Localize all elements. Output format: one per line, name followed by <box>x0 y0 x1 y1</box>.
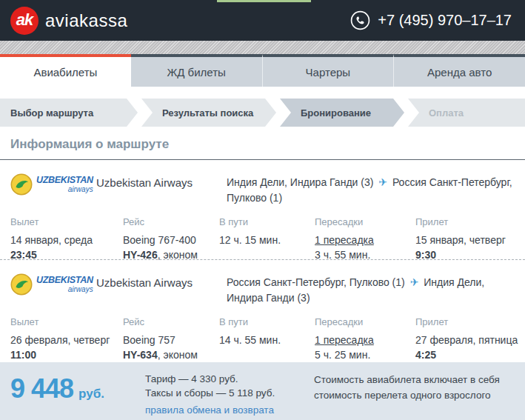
step-route-selection[interactable]: Выбор маршрута <box>0 99 138 127</box>
flight-label: Рейс <box>123 315 219 330</box>
airline-row: UZBEKISTAN airways Uzbekistan Airways Ро… <box>0 267 525 306</box>
page: ak aviakassa +7 (495) 970–17–17 Авиабиле… <box>0 0 525 420</box>
departure-time: 23:45 <box>10 247 123 262</box>
airline-logo-text: UZBEKISTAN airways <box>36 276 93 293</box>
transfers-col: Пересадки 1 пересадка 3 ч. 55 мин. <box>315 215 415 253</box>
flight-col: Рейс Boeing 757 HY-634, эконом <box>123 315 219 353</box>
aircraft: Boeing 757 <box>123 333 219 347</box>
flight-segment-outbound: UZBEKISTAN airways Uzbekistan Airways Ин… <box>0 160 525 253</box>
arrival-time: 9:30 <box>415 247 525 262</box>
cabin-class: , эконом <box>158 349 198 361</box>
flight-segment-return: UZBEKISTAN airways Uzbekistan Airways Ро… <box>0 260 525 353</box>
arrival-label: Прилет <box>415 215 525 230</box>
phone-contact[interactable]: +7 (495) 970–17–17 <box>350 10 512 30</box>
transfers-label: Пересадки <box>315 315 415 330</box>
cabin-class: , эконом <box>158 249 198 261</box>
exchange-rules-link[interactable]: правила обмена и возврата <box>145 403 274 417</box>
airline-row: UZBEKISTAN airways Uzbekistan Airways Ин… <box>0 167 525 206</box>
arrival-label: Прилет <box>415 315 525 330</box>
duration-value: 14 ч. 55 мин. <box>219 333 315 347</box>
transfer-link[interactable]: 1 пересадка <box>315 334 374 346</box>
departure-date: 26 февраля, четверг <box>10 333 123 347</box>
brand-logo[interactable]: ak aviakassa <box>10 7 127 35</box>
uzbekistan-airways-logo: UZBEKISTAN airways <box>10 273 96 296</box>
tab-charters[interactable]: Чартеры <box>262 54 394 87</box>
phone-number: +7 (495) 970–17–17 <box>378 12 512 29</box>
total-price: 9 448 руб. <box>10 372 145 420</box>
plane-icon: ✈ <box>376 176 389 188</box>
flight-number: HY-426 <box>123 249 158 261</box>
duration-label: В пути <box>219 315 315 330</box>
flight-number: HY-634 <box>123 349 158 361</box>
arrival-date: 15 января, четверг <box>415 233 525 247</box>
price-note: Стоимость авиабилета включает в себя сто… <box>314 372 508 420</box>
duration-col: В пути 12 ч. 15 мин. <box>219 215 315 253</box>
transfers-col: Пересадки 1 пересадка 5 ч. 25 мин. <box>315 315 415 353</box>
aircraft: Boeing 767-400 <box>123 233 219 247</box>
flight-col: Рейс Boeing 767-400 HY-426, эконом <box>123 215 219 253</box>
step-search-results-label: Результаты поиска <box>162 107 253 119</box>
step-payment: Оплата <box>408 99 525 127</box>
airline-logo-text: UZBEKISTAN airways <box>36 176 93 193</box>
departure-col: Вылет 26 февраля, четверг 11:00 <box>10 315 123 353</box>
departure-label: Вылет <box>10 215 123 230</box>
main-tabs: Авиабилеты ЖД билеты Чартеры Аренда авто <box>0 54 525 87</box>
tab-avia[interactable]: Авиабилеты <box>0 54 131 87</box>
arrival-date: 27 февраля, пятница <box>415 333 525 347</box>
background-texture-strip <box>0 41 525 54</box>
breadcrumb: Выбор маршрута Результаты поиска Брониро… <box>0 99 525 127</box>
tab-rail[interactable]: ЖД билеты <box>131 54 262 87</box>
airline-logo-line1: UZBEKISTAN <box>36 176 93 185</box>
step-booking-label: Бронирование <box>301 107 371 119</box>
airline-name: Uzbekistan Airways <box>96 176 227 189</box>
duration-label: В пути <box>219 215 315 230</box>
departure-col: Вылет 14 января, среда 23:45 <box>10 215 123 253</box>
uzbekistan-airways-logo: UZBEKISTAN airways <box>10 173 96 196</box>
airline-logo-line2: airways <box>68 186 93 193</box>
tab-car-rental[interactable]: Аренда авто <box>393 54 525 87</box>
price-currency: руб. <box>78 387 104 401</box>
flight-label: Рейс <box>123 215 219 230</box>
airline-logo-line1: UZBEKISTAN <box>36 276 93 285</box>
transfers-label: Пересадки <box>315 215 415 230</box>
brand-name: aviakassa <box>45 10 127 31</box>
phone-icon <box>350 10 370 30</box>
duration-value: 12 ч. 15 мин. <box>219 233 315 247</box>
top-header: ak aviakassa +7 (495) 970–17–17 <box>0 0 525 41</box>
step-search-results[interactable]: Результаты поиска <box>141 99 276 127</box>
transfer-duration: 3 ч. 55 мин. <box>315 247 415 262</box>
price-summary-bar: 9 448 руб. Тариф — 4 330 руб. Таксы и сб… <box>0 362 525 420</box>
airline-bird-icon <box>10 173 33 196</box>
airline-logo-line2: airways <box>68 286 93 293</box>
route-summary: Индия Дели, Индира Ганди (3) ✈ Россия Са… <box>227 175 515 206</box>
route-from: Россия Санкт-Петербург, Пулково (1) <box>227 276 405 288</box>
brand-logo-icon: ak <box>10 7 39 35</box>
airline-bird-icon <box>10 273 33 296</box>
green-accent-bar <box>217 0 311 2</box>
tab-rail-label: ЖД билеты <box>167 66 225 79</box>
route-from: Индия Дели, Индира Ганди (3) <box>227 176 373 188</box>
plane-icon: ✈ <box>408 276 421 288</box>
flight-details: Вылет 14 января, среда 23:45 Рейс Boeing… <box>0 206 525 253</box>
arrival-time: 4:25 <box>415 347 525 362</box>
transfer-duration: 5 ч. 25 мин. <box>315 347 415 362</box>
airline-name: Uzbekistan Airways <box>96 276 227 289</box>
departure-date: 14 января, среда <box>10 233 123 247</box>
step-booking[interactable]: Бронирование <box>280 99 404 127</box>
flight-details: Вылет 26 февраля, четверг 11:00 Рейс Boe… <box>0 306 525 353</box>
taxes-line: Таксы и сборы — 5 118 руб. <box>145 386 314 400</box>
tab-car-rental-label: Аренда авто <box>427 66 492 79</box>
page-title: Информация о маршруте <box>0 137 525 160</box>
price-value: 9 448 <box>10 373 73 404</box>
step-payment-label: Оплата <box>429 107 464 119</box>
step-route-selection-label: Выбор маршрута <box>10 107 93 119</box>
departure-time: 11:00 <box>10 347 123 362</box>
tab-charters-label: Чартеры <box>306 66 351 79</box>
transfer-link[interactable]: 1 пересадка <box>315 234 374 246</box>
arrival-col: Прилет 15 января, четверг 9:30 <box>415 215 525 253</box>
route-summary: Россия Санкт-Петербург, Пулково (1) ✈ Ин… <box>227 275 515 306</box>
duration-col: В пути 14 ч. 55 мин. <box>219 315 315 353</box>
arrival-col: Прилет 27 февраля, пятница 4:25 <box>415 315 525 353</box>
fare-line: Тариф — 4 330 руб. <box>145 372 314 386</box>
fare-breakdown: Тариф — 4 330 руб. Таксы и сборы — 5 118… <box>145 372 314 420</box>
